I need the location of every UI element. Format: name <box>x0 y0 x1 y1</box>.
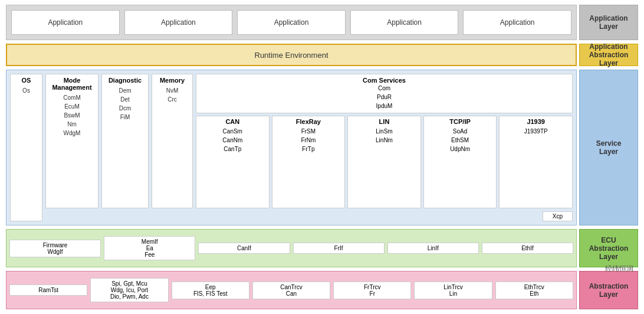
ecu-box-1: FirmwareWdgIf <box>9 240 101 257</box>
app-box-1: Application <box>11 10 120 35</box>
mcal-inner: RamTst Spi, Gpt, McuWdg, Icu, PortDio, P… <box>6 271 577 309</box>
application-layer-boxes: Application Application Application Appl… <box>6 5 577 40</box>
mode-management-box: ModeManagement ComMEcuMBswMNmWdgM <box>45 74 98 208</box>
ecu-box-3: CanIf <box>198 243 290 254</box>
can-items: CanSmCanNmCanTp <box>222 127 242 153</box>
rte-layer-row: Runtime Environment ApplicationAbstracti… <box>6 44 638 66</box>
tcpip-items: SoAdEthSMUdpNm <box>450 127 470 153</box>
flexray-items: FrSMFrNmFrTp <box>301 127 316 153</box>
mode-management-items: ComMEcuMBswMNmWdgM <box>63 93 80 138</box>
mode-management-title: ModeManagement <box>52 77 91 91</box>
diagnostic-title: Diagnostic <box>109 77 142 84</box>
main-diagram: Application Application Application Appl… <box>0 0 644 314</box>
mcal-layer-label: Abstraction Layer <box>579 271 638 309</box>
diagnostic-items: DemDetDcmFiM <box>119 86 131 122</box>
app-box-3: Application <box>237 10 346 35</box>
service-layer-row: OS Os ModeManagement ComMEcuMBswMNmWdgM … <box>6 70 638 225</box>
service-inner: OS Os ModeManagement ComMEcuMBswMNmWdgM … <box>6 70 577 225</box>
diagnostic-box: Diagnostic DemDetDcmFiM <box>101 74 149 208</box>
com-services-items: ComPduRIpduM <box>200 84 569 110</box>
ecu-layer-label: ECUAbstraction Layer <box>579 229 638 267</box>
flexray-box: FlexRay FrSMFrNmFrTp <box>272 116 346 208</box>
tcpip-title: TCP/IP <box>449 118 470 125</box>
mcal-box-1: RamTst <box>9 284 87 296</box>
mcal-box-4: CanTrcvCan <box>252 282 330 299</box>
ecu-box-2: MemIfEaFee <box>104 236 195 260</box>
xcp-box: Xcp <box>543 211 573 221</box>
mcal-box-7: EthTrcvEth <box>495 282 573 299</box>
memory-box: Memory NvMCrc <box>152 74 193 208</box>
can-title: CAN <box>225 118 239 125</box>
ecu-layer-row: FirmwareWdgIf MemIfEaFee CanIf FrIf LinI… <box>6 229 638 267</box>
app-box-2: Application <box>124 10 233 35</box>
mcal-box-3: EepFIS, FIS Test <box>172 282 249 299</box>
com-services-area: Com Services ComPduRIpduM CAN CanSmCanNm… <box>196 74 573 208</box>
lin-items: LinSmLinNm <box>376 127 393 145</box>
j1939-items: J1939TP <box>524 127 548 136</box>
memory-title: Memory <box>160 77 185 84</box>
os-box: OS Os <box>10 74 42 221</box>
rte-box: Runtime Environment <box>6 44 577 66</box>
can-box: CAN CanSmCanNmCanTp <box>196 116 270 208</box>
memory-items: NvMCrc <box>166 86 179 104</box>
ecu-box-6: EthIf <box>482 243 573 254</box>
application-layer-label: ApplicationLayer <box>579 5 638 40</box>
app-box-5: Application <box>463 10 571 35</box>
com-services-box: Com Services ComPduRIpduM <box>196 74 573 113</box>
flexray-title: FlexRay <box>296 118 321 125</box>
mcal-box-2: Spi, Gpt, McuWdg, Icu, PortDio, Pwm, Adc <box>90 278 168 302</box>
j1939-title: J1939 <box>527 118 545 125</box>
watermark: 经纬恒润 <box>605 264 633 274</box>
application-layer-row: Application Application Application Appl… <box>6 5 638 40</box>
service-top-row: ModeManagement ComMEcuMBswMNmWdgM Diagno… <box>45 74 573 208</box>
mcal-box-5: FrTrcvFr <box>333 282 411 299</box>
com-services-title: Com Services <box>200 77 569 84</box>
os-title: OS <box>22 77 31 84</box>
rte-layer-label: ApplicationAbstraction Layer <box>579 44 638 66</box>
ecu-inner: FirmwareWdgIf MemIfEaFee CanIf FrIf LinI… <box>6 229 577 267</box>
app-box-4: Application <box>350 10 459 35</box>
ecu-box-4: FrIf <box>293 243 385 254</box>
service-layer-label: ServiceLayer <box>579 70 638 225</box>
mcal-layer-row: RamTst Spi, Gpt, McuWdg, Icu, PortDio, P… <box>6 271 638 309</box>
service-middle: ModeManagement ComMEcuMBswMNmWdgM Diagno… <box>45 74 573 221</box>
tcpip-box: TCP/IP SoAdEthSMUdpNm <box>423 116 497 208</box>
xcp-row: Xcp <box>45 211 573 221</box>
com-bottom-row: CAN CanSmCanNmCanTp FlexRay FrSMFrNmFrTp… <box>196 116 573 208</box>
os-sub: Os <box>22 86 30 95</box>
lin-box: LIN LinSmLinNm <box>347 116 421 208</box>
ecu-box-5: LinIf <box>387 243 479 254</box>
mcal-box-6: LinTrcvLin <box>414 282 492 299</box>
j1939-box: J1939 J1939TP <box>499 116 573 208</box>
lin-title: LIN <box>379 118 390 125</box>
